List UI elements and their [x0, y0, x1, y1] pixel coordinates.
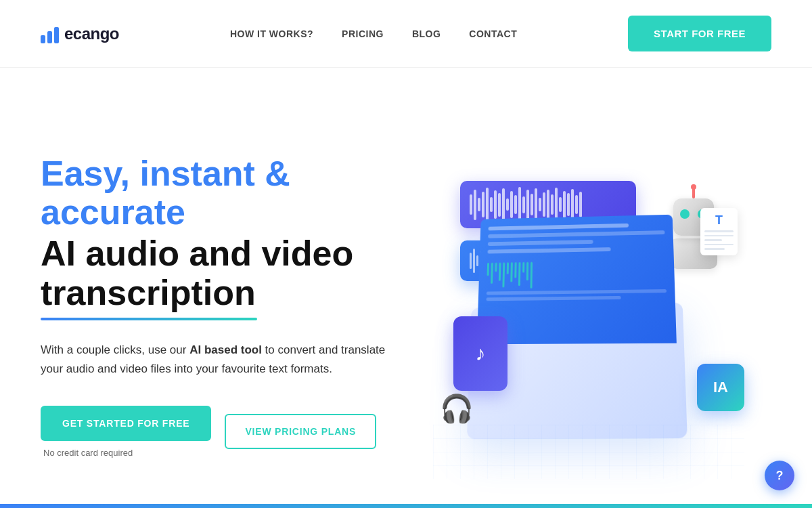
screen-line [487, 289, 667, 295]
hero-description: With a couple clicks, use our AI based t… [41, 341, 406, 379]
hero-headline-colored: Easy, instant & accurate [41, 154, 406, 232]
screen-line [488, 224, 628, 231]
wave-bar [514, 195, 517, 214]
illustration-container: T [447, 167, 731, 479]
hero-section: Easy, instant & accurate AI audio and vi… [0, 68, 812, 504]
wave-bar [518, 187, 521, 222]
screen-line [488, 240, 593, 246]
ia-label: IA [713, 379, 728, 396]
navbar: ecango HOW IT WORKS? PRICING BLOG CONTAC… [0, 0, 812, 68]
nav-item-contact[interactable]: CONTACT [469, 28, 517, 40]
nav-links: HOW IT WORKS? PRICING BLOG CONTACT [230, 28, 517, 40]
sw-bar [526, 262, 528, 280]
nav-item-how-it-works[interactable]: HOW IT WORKS? [230, 28, 313, 40]
brand-name: ecango [64, 24, 119, 43]
wave-bar [555, 188, 558, 221]
screen-waveform [487, 259, 667, 289]
wave-bar [579, 192, 582, 217]
sw-bar [522, 262, 524, 273]
nav-link-blog[interactable]: BLOG [412, 28, 441, 39]
wave-bar [490, 197, 493, 212]
wave-bar [571, 189, 574, 220]
hero-headline-black-line2: transcription [41, 274, 406, 312]
wave-bar [506, 198, 509, 211]
phone-card: ♪ [453, 316, 508, 391]
screen-line [488, 247, 611, 253]
sw-bar [514, 262, 516, 278]
sw-bar [491, 263, 493, 284]
wave-bar [510, 191, 513, 218]
headline-underline [41, 318, 257, 320]
doc-t-icon: T [704, 213, 734, 228]
get-started-button[interactable]: GET STARTED FOR FREE [41, 406, 211, 441]
sw-bar [518, 262, 521, 286]
wave-bar-2 [476, 255, 478, 266]
nav-link-how-it-works[interactable]: HOW IT WORKS? [230, 28, 313, 39]
wave-bar [575, 195, 578, 214]
doc-line [704, 244, 734, 246]
wave-bar [526, 190, 529, 220]
desc-text-start: With a couple clicks, use our [41, 343, 189, 356]
logo[interactable]: ecango [41, 24, 119, 43]
robot-eye-left [680, 209, 690, 219]
music-note-icon: ♪ [476, 342, 486, 365]
hero-illustration: T [406, 127, 771, 479]
ia-cube: IA [697, 364, 744, 411]
wave-bar-2 [470, 253, 472, 269]
help-icon: ? [776, 469, 784, 483]
bar3 [54, 27, 59, 43]
screen-content [478, 215, 675, 310]
nav-link-contact[interactable]: CONTACT [469, 28, 517, 39]
wave-bar-2 [473, 249, 475, 273]
help-button[interactable]: ? [765, 461, 794, 490]
wave-bar [482, 192, 484, 217]
sw-bar [495, 263, 497, 272]
wave-bar [494, 190, 497, 219]
wave-bar [478, 198, 480, 211]
wave-bar [563, 191, 566, 218]
wave-bar [559, 197, 562, 212]
document-card: T [700, 208, 738, 255]
svg-rect-0 [433, 425, 744, 479]
hero-content: Easy, instant & accurate AI audio and vi… [41, 148, 406, 458]
wave-bar [502, 188, 505, 221]
sw-bar [507, 262, 509, 274]
headphones-icon: 🎧 [440, 393, 474, 425]
logo-icon [41, 24, 59, 43]
hero-headline-black-line1: AI audio and video [41, 234, 406, 273]
wave-bar [486, 188, 489, 221]
nav-cta-button[interactable]: START FOR FREE [628, 16, 771, 51]
doc-line [704, 230, 734, 232]
wave-bar [531, 194, 533, 215]
robot-antenna [692, 188, 695, 198]
nav-item-pricing[interactable]: PRICING [342, 28, 384, 40]
grid-floor [433, 425, 744, 479]
screen-line [488, 230, 664, 238]
wave-bar [539, 198, 541, 211]
sw-bar [531, 262, 533, 289]
wave-bar [535, 188, 537, 221]
wave-bar [498, 193, 501, 217]
wave-bar [474, 190, 476, 220]
wave-bar [551, 194, 554, 215]
view-pricing-button[interactable]: VIEW PRICING PLANS [225, 414, 376, 449]
sw-bar [502, 262, 505, 287]
wave-bar [470, 194, 472, 215]
btn-primary-wrap: GET STARTED FOR FREE No credit card requ… [41, 406, 211, 458]
bar2 [47, 31, 52, 43]
hero-button-group: GET STARTED FOR FREE No credit card requ… [41, 406, 406, 458]
doc-line [704, 235, 734, 237]
sw-bar [499, 263, 501, 281]
desc-text-bold: AI based tool [189, 343, 262, 356]
doc-line [704, 239, 722, 241]
sw-bar [510, 262, 513, 282]
bottom-bar [0, 504, 812, 508]
wave-bar [543, 192, 545, 217]
bar1 [41, 35, 45, 43]
no-cc-text: No credit card required [43, 448, 211, 458]
wave-bar [547, 190, 549, 219]
sw-bar [487, 263, 489, 276]
doc-line [704, 248, 725, 250]
nav-link-pricing[interactable]: PRICING [342, 28, 384, 39]
nav-item-blog[interactable]: BLOG [412, 28, 441, 40]
